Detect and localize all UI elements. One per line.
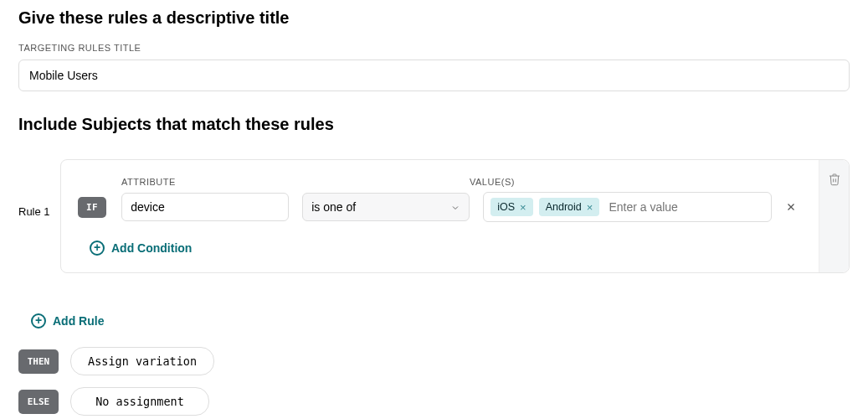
- attribute-header: ATTRIBUTE: [121, 177, 289, 187]
- add-rule-label: Add Rule: [53, 314, 104, 328]
- else-value-box[interactable]: No assignment: [70, 387, 209, 416]
- operator-select[interactable]: is one of: [302, 193, 470, 221]
- attribute-input[interactable]: [121, 193, 289, 221]
- value-chip-ios: iOS ×: [490, 198, 532, 216]
- plus-circle-icon: [90, 241, 105, 256]
- if-badge: IF: [78, 197, 106, 218]
- operator-value: is one of: [311, 200, 356, 214]
- trash-icon: [828, 172, 841, 187]
- chevron-down-icon: [450, 202, 460, 212]
- plus-circle-icon: [31, 313, 46, 328]
- title-heading: Give these rules a descriptive title: [18, 8, 850, 28]
- rule-label: Rule 1: [18, 205, 60, 218]
- title-input-label: TARGETING RULES TITLE: [18, 43, 850, 53]
- add-rule-button[interactable]: Add Rule: [31, 313, 104, 328]
- value-chip-android: Android ×: [539, 198, 600, 216]
- close-icon: [785, 201, 797, 213]
- values-input[interactable]: iOS × Android ×: [483, 192, 772, 222]
- remove-chip-icon[interactable]: ×: [520, 202, 526, 213]
- then-badge: THEN: [18, 349, 59, 374]
- delete-rule-button[interactable]: [828, 172, 841, 190]
- rule-card: ATTRIBUTE VALUE(S) IF is one of: [60, 159, 850, 273]
- clear-condition-button[interactable]: [783, 199, 799, 215]
- remove-chip-icon[interactable]: ×: [587, 202, 593, 213]
- chip-label: Android: [546, 201, 582, 213]
- then-value-box[interactable]: Assign variation: [70, 347, 214, 375]
- add-condition-button[interactable]: Add Condition: [90, 241, 192, 256]
- values-header: VALUE(S): [470, 177, 515, 187]
- value-entry-input[interactable]: [605, 197, 764, 217]
- chip-label: iOS: [497, 201, 515, 213]
- add-condition-label: Add Condition: [111, 241, 192, 255]
- rules-heading: Include Subjects that match these rules: [18, 115, 850, 134]
- title-input[interactable]: [18, 59, 850, 91]
- else-badge: ELSE: [18, 390, 59, 414]
